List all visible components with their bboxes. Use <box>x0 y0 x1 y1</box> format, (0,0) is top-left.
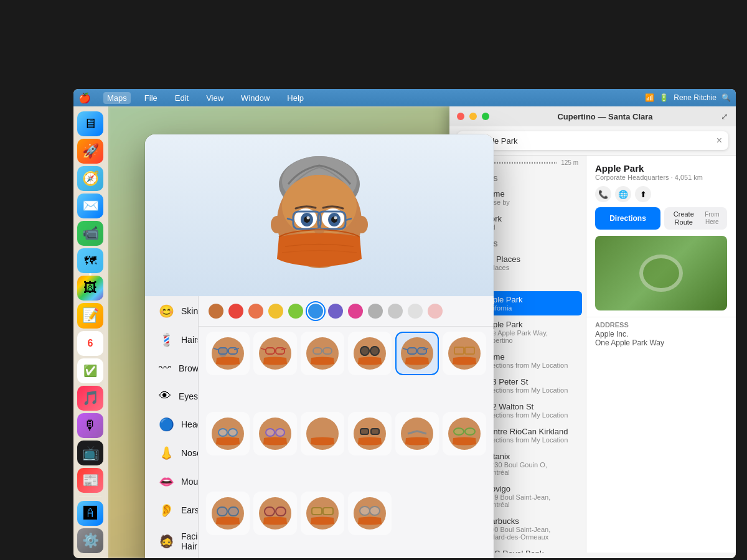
brows-label: Brows <box>179 363 199 373</box>
color-orange[interactable] <box>248 304 263 319</box>
apple-park-sub: Corporate Headquarters · 4,051 km <box>595 174 727 181</box>
color-purple[interactable] <box>328 304 343 319</box>
svg-rect-63 <box>228 507 238 516</box>
sidebar-brows[interactable]: 〰 Brows <box>149 355 194 381</box>
dock-notes[interactable]: 📝 <box>77 303 103 328</box>
sidebar-head[interactable]: 🔵 Head <box>149 411 194 438</box>
eyewear-option-2[interactable] <box>253 332 297 375</box>
sidebar-mouth[interactable]: 👄 Mouth <box>149 468 194 495</box>
work-title: Work <box>483 214 575 223</box>
menu-file[interactable]: File <box>141 92 161 104</box>
maps-search-input[interactable] <box>478 136 712 146</box>
sidebar-facial-hair[interactable]: 🧔 Facial Hair <box>149 525 194 558</box>
color-red[interactable] <box>228 304 243 319</box>
close-button[interactable] <box>457 113 464 120</box>
sidebar-skin[interactable]: 😊 Skin <box>149 297 194 325</box>
color-yellow[interactable] <box>268 304 283 319</box>
dock-photos[interactable]: 🖼 <box>77 276 103 301</box>
eyewear-option-1[interactable] <box>206 332 250 375</box>
eyewear-option-7[interactable] <box>206 412 250 455</box>
menu-bar: 🍎 Maps File Edit View Window Help 📶 🔋 Re… <box>73 89 736 106</box>
menu-edit[interactable]: Edit <box>171 92 192 104</box>
sidebar-ears[interactable]: 👂 Ears <box>149 497 194 524</box>
dock-mail[interactable]: ✉️ <box>77 194 103 218</box>
rbc-text: RBC Royal Bank 13135 Gouin W, Pierrefond… <box>483 549 575 553</box>
search-menubar-icon[interactable]: 🔍 <box>721 93 731 102</box>
svg-point-19 <box>314 228 324 234</box>
eyewear-option-6[interactable] <box>443 332 486 375</box>
color-brown[interactable] <box>209 304 223 319</box>
menu-help[interactable]: Help <box>283 92 308 104</box>
sidebar-nose[interactable]: 👃 Nose <box>149 439 194 467</box>
sidebar-eyes[interactable]: 👁 Eyes <box>149 383 194 409</box>
dock-maps[interactable]: 🗺 <box>77 248 103 273</box>
color-blue[interactable] <box>308 304 323 319</box>
svg-point-48 <box>218 429 227 436</box>
maps-window-title: Cupertino — Santa Clara <box>494 112 716 121</box>
phone-action-icon[interactable]: 📞 <box>595 186 611 202</box>
apple-logo-icon[interactable]: 🍎 <box>78 92 91 104</box>
color-pink[interactable] <box>348 304 363 319</box>
svg-rect-68 <box>312 508 322 515</box>
memoji-sidebar: 😊 Skin 💈 Hairstyle 〰 Brows 👁 Eyes <box>145 296 199 558</box>
eyewear-option-15[interactable] <box>301 492 344 535</box>
share-action-icon[interactable]: ⬆ <box>635 186 651 202</box>
svg-rect-65 <box>265 507 275 516</box>
apple-park-photo[interactable] <box>595 236 727 310</box>
recent-2-sub: One Apple Park Way, Cupertino <box>483 329 575 344</box>
dock-music[interactable]: 🎵 <box>77 386 103 411</box>
search-clear-button[interactable]: × <box>716 135 722 146</box>
globe-action-icon[interactable]: 🌐 <box>615 186 631 202</box>
minimize-button[interactable] <box>469 113 477 120</box>
dock-reminders[interactable]: ✅ <box>77 358 103 383</box>
dock-finder[interactable]: 🖥 <box>77 111 103 136</box>
menu-window[interactable]: Window <box>237 92 273 104</box>
eyewear-option-3[interactable] <box>301 332 344 375</box>
menu-view[interactable]: View <box>202 92 227 104</box>
sidebar-hairstyle[interactable]: 💈 Hairstyle <box>149 326 194 353</box>
recent-1-title: Apple Park <box>483 295 575 304</box>
dock-safari[interactable]: 🧭 <box>77 166 103 191</box>
facial-hair-label: Facial Hair <box>181 531 199 551</box>
color-silver[interactable] <box>388 304 403 319</box>
color-gray[interactable] <box>368 304 383 319</box>
dock-appstore[interactable]: 🅰 <box>77 501 103 526</box>
svg-point-52 <box>276 429 284 436</box>
color-green[interactable] <box>288 304 303 319</box>
nose-label: Nose <box>181 448 199 458</box>
eyewear-option-13[interactable] <box>206 492 250 535</box>
eyewear-option-4[interactable] <box>348 332 392 375</box>
expand-icon[interactable]: ⤢ <box>721 111 728 121</box>
eyewear-options-grid <box>199 327 494 558</box>
eyewear-option-12[interactable] <box>443 412 486 455</box>
dock-appletv[interactable]: 📺 <box>77 441 103 465</box>
dock-news[interactable]: 📰 <box>77 468 103 493</box>
eyewear-option-11[interactable] <box>395 412 439 455</box>
dock-podcasts[interactable]: 🎙 <box>77 413 103 438</box>
color-light-pink[interactable] <box>428 304 443 319</box>
route-home-text: Home Directions from My Location <box>483 352 575 369</box>
create-route-button[interactable]: Create RouteFrom Here <box>664 207 727 230</box>
memoji-body: 😊 Skin 💈 Hairstyle 〰 Brows 👁 Eyes <box>145 296 494 558</box>
svg-point-72 <box>370 506 380 515</box>
maximize-button[interactable] <box>482 113 489 120</box>
svg-point-51 <box>266 429 275 436</box>
eyewear-option-9[interactable] <box>301 412 344 455</box>
eyewear-option-16[interactable] <box>348 492 392 535</box>
dock-settings[interactable]: ⚙️ <box>77 528 103 553</box>
directions-button[interactable]: Directions <box>595 207 660 230</box>
menu-maps[interactable]: Maps <box>103 92 131 104</box>
hairstyle-icon: 💈 <box>159 332 174 347</box>
eyewear-option-5[interactable] <box>395 332 439 375</box>
scale-label: 125 m <box>561 159 578 166</box>
color-light-gray[interactable] <box>408 304 423 319</box>
route-162-text: 162 Walton St Directions from My Locatio… <box>483 402 575 419</box>
eyewear-option-8[interactable] <box>253 412 297 455</box>
dock-launchpad[interactable]: 🚀 <box>77 139 103 164</box>
recent-1-sub: California <box>483 304 575 312</box>
dock-facetime[interactable]: 📹 <box>77 221 103 246</box>
facial-hair-icon: 🧔 <box>159 534 174 549</box>
eyewear-option-10[interactable] <box>348 412 392 455</box>
eyewear-option-14[interactable] <box>253 492 297 535</box>
dock-calendar[interactable]: 6 <box>77 331 103 356</box>
